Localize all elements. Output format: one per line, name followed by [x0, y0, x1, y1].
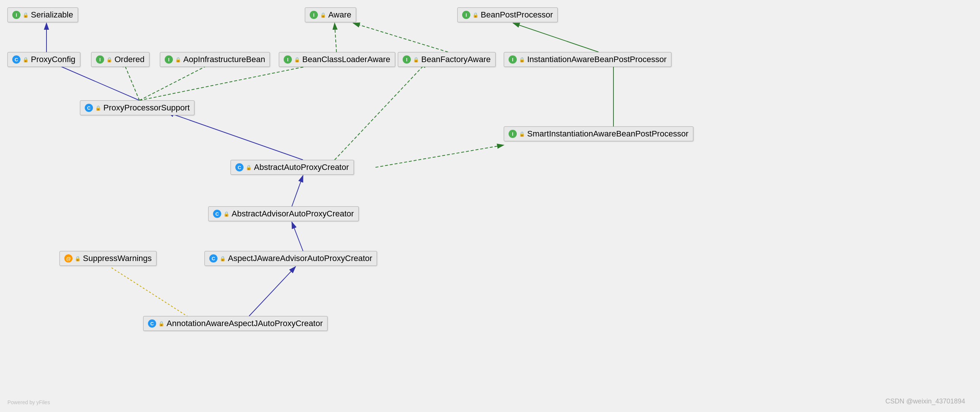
badge-aapc: C — [235, 163, 243, 172]
label-sw: SuppressWarnings — [83, 254, 152, 263]
label-ordered: Ordered — [115, 55, 145, 64]
node-suppresswarnings: @ 🔒 SuppressWarnings — [59, 251, 156, 266]
svg-line-15 — [292, 175, 303, 206]
node-instantiationawarebpp: I 🔒 InstantiationAwareBeanPostProcessor — [504, 52, 671, 67]
badge-pps: C — [85, 104, 93, 112]
svg-line-17 — [249, 267, 296, 316]
node-ordered: I 🔒 Ordered — [91, 52, 150, 67]
node-aspectjawareadvisorautoproxycreator: C 🔒 AspectJAwareAdvisorAutoProxyCreator — [204, 251, 377, 266]
node-smartinstantiationawarebpp: I 🔒 SmartInstantiationAwareBeanPostProce… — [504, 126, 694, 141]
node-annotationawareaspectjautoproxycreator: C 🔒 AnnotationAwareAspectJAutoProxyCreat… — [143, 316, 328, 331]
node-beanfactoryaware: I 🔒 BeanFactoryAware — [398, 52, 496, 67]
svg-line-13 — [375, 145, 504, 167]
node-abstractadvisorautoproxycreator: C 🔒 AbstractAdvisorAutoProxyCreator — [208, 206, 359, 221]
label-aaapc: AbstractAdvisorAutoProxyCreator — [232, 209, 354, 219]
badge-sw: @ — [64, 255, 73, 262]
badge-bcla: I — [284, 56, 292, 64]
badge-proxyconfig: C — [12, 56, 21, 64]
label-bcla: BeanClassLoaderAware — [302, 55, 390, 64]
badge-ajaapc: C — [209, 255, 218, 262]
badge-bfa: I — [402, 56, 411, 64]
label-bpp: BeanPostProcessor — [481, 10, 553, 20]
node-serializable: I 🔒 Serializable — [8, 8, 78, 22]
badge-aaapc: C — [213, 210, 221, 218]
badge-ordered: I — [96, 56, 104, 64]
label-siabpp: SmartInstantiationAwareBeanPostProcessor — [527, 129, 689, 139]
label-aware: Aware — [328, 10, 351, 20]
svg-line-9 — [353, 23, 448, 52]
node-abstractautoproxycreator: C 🔒 AbstractAutoProxyCreator — [231, 160, 354, 175]
diagram-container: I 🔒 Serializable I 🔒 Aware I 🔒 BeanPostP… — [0, 0, 980, 412]
badge-siabpp: I — [509, 130, 517, 138]
node-beanclassloaderaware: I 🔒 BeanClassLoaderAware — [279, 52, 395, 67]
node-aopinfrastructurebean: I 🔒 AopInfrastructureBean — [160, 52, 270, 67]
badge-aaajpc: C — [148, 320, 156, 328]
label-proxyconfig: ProxyConfig — [31, 55, 75, 64]
node-proxyconfig: C 🔒 ProxyConfig — [8, 52, 80, 67]
watermark: CSDN @weixin_43701894 — [886, 398, 965, 405]
label-aaajpc: AnnotationAwareAspectJAutoProxyCreator — [167, 319, 323, 328]
node-beanpostprocessor: I 🔒 BeanPostProcessor — [457, 8, 558, 22]
badge-serializable: I — [12, 11, 21, 19]
powered-by: Powered by yFiles — [8, 399, 50, 405]
svg-line-12 — [167, 112, 303, 160]
badge-bpp: I — [462, 11, 470, 19]
label-aopib: AopInfrastructureBean — [183, 55, 265, 64]
node-proxyprocessorsupport: C 🔒 ProxyProcessorSupport — [80, 100, 194, 115]
badge-iabpp: I — [509, 56, 517, 64]
label-pps: ProxyProcessorSupport — [103, 103, 189, 113]
label-aapc: AbstractAutoProxyCreator — [254, 162, 349, 172]
badge-aopib: I — [165, 56, 173, 64]
svg-line-10 — [513, 23, 598, 52]
label-ajaapc: AspectJAwareAdvisorAutoProxyCreator — [228, 254, 372, 263]
label-bfa: BeanFactoryAware — [421, 55, 491, 64]
label-iabpp: InstantiationAwareBeanPostProcessor — [527, 55, 667, 64]
label-serializable: Serializable — [31, 10, 73, 20]
svg-line-16 — [292, 222, 303, 251]
svg-line-8 — [335, 23, 336, 52]
badge-aware: I — [310, 11, 318, 19]
node-aware: I 🔒 Aware — [305, 8, 356, 22]
svg-line-14 — [335, 61, 428, 160]
